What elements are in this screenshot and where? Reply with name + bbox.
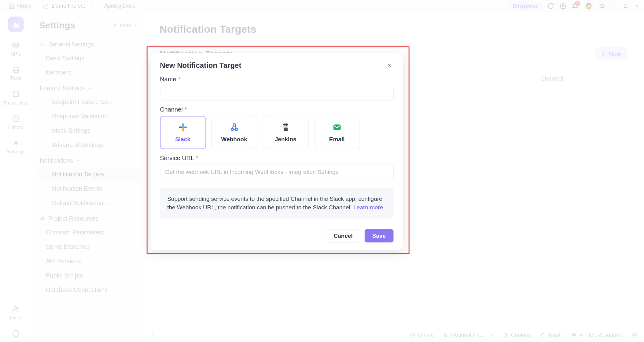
channel-label: Channel*: [160, 106, 393, 113]
new-notification-target-modal: New Notification Target Name* Channel*: [151, 53, 403, 250]
nav-head-notifications[interactable]: Notifications: [37, 154, 140, 167]
cookie-icon: [503, 333, 509, 338]
plus-circle-icon: [632, 333, 637, 338]
window-minimize-icon[interactable]: [611, 3, 617, 9]
rail-activity[interactable]: [12, 329, 20, 338]
name-input[interactable]: [160, 86, 393, 100]
channel-label-text: Channel: [160, 106, 183, 112]
learn-more-link[interactable]: Learn more: [353, 204, 383, 211]
svg-point-20: [445, 336, 446, 337]
status-add-icon[interactable]: [632, 333, 637, 338]
gear-icon: [40, 42, 45, 47]
window-close-icon[interactable]: [634, 3, 640, 9]
rail-settings[interactable]: Settings: [7, 139, 25, 155]
svg-point-22: [505, 334, 506, 335]
status-trash[interactable]: Trash: [540, 332, 562, 338]
svg-point-6: [17, 45, 18, 46]
nav-notification-targets[interactable]: Notification Targets: [37, 167, 140, 182]
tab-apidog-docs[interactable]: Apidog Docs: [100, 1, 140, 11]
status-online[interactable]: Online: [410, 332, 434, 338]
plus-icon: [601, 51, 606, 57]
nav-database-connections[interactable]: Database Connections: [37, 283, 140, 297]
svg-rect-33: [179, 126, 182, 128]
save-button[interactable]: Save: [365, 229, 393, 242]
required-star: *: [178, 75, 181, 82]
channel-label: Email: [329, 136, 345, 142]
window-maximize-icon[interactable]: [623, 3, 629, 9]
svg-point-11: [14, 306, 17, 309]
nav-notification-events[interactable]: Notification Events: [37, 182, 140, 196]
required-star: *: [185, 106, 187, 112]
service-url-input[interactable]: [160, 164, 393, 179]
channel-email[interactable]: Email: [314, 116, 360, 149]
nav-head-general-settings[interactable]: General Settings: [37, 38, 140, 51]
invite-icon: [12, 305, 20, 313]
nav-endpoint-feature[interactable]: Endpoint Feature Se...: [37, 95, 140, 109]
channel-webhook[interactable]: Webhook: [211, 116, 257, 149]
nav-response-validation[interactable]: Response Validation...: [37, 109, 140, 123]
status-request-proxy[interactable]: Request Pro…: [443, 332, 494, 338]
nav-basic-settings[interactable]: Basic Settings: [37, 51, 140, 65]
branch-selector[interactable]: main: [113, 22, 137, 28]
svg-rect-28: [579, 335, 581, 336]
nav-head-label: Feature Settings: [40, 85, 85, 92]
cancel-button[interactable]: Cancel: [326, 229, 360, 242]
email-icon: [332, 122, 342, 132]
page-title: Notification Targets: [160, 23, 627, 35]
jenkins-icon: [281, 122, 290, 132]
nav-common-parameters[interactable]: Common Parameters: [37, 225, 140, 240]
service-url-label: Service URL*: [160, 154, 393, 161]
status-cookies[interactable]: Cookies: [503, 332, 531, 338]
close-icon[interactable]: [89, 4, 94, 8]
tab-demo-project[interactable]: Demo Project: [38, 1, 98, 11]
chevron-down-icon: [76, 159, 80, 163]
svg-rect-38: [284, 128, 288, 131]
bell-icon[interactable]: 1: [572, 3, 579, 9]
enterprise-pill[interactable]: Enterprise: [509, 2, 542, 10]
rail-share-docs[interactable]: Share Docs: [3, 90, 29, 106]
channel-slack[interactable]: Slack: [160, 116, 206, 149]
titlebar: Home Demo Project Apidog Docs Enterprise…: [0, 0, 644, 12]
nav-api-versions[interactable]: API Versions: [37, 254, 140, 268]
refresh-icon[interactable]: [547, 3, 554, 9]
collapse-sidebar-icon[interactable]: [150, 333, 155, 338]
nav-advanced-settings[interactable]: Advanced Settings: [37, 138, 140, 152]
chevron-down-icon: [490, 333, 494, 337]
rail-invite[interactable]: Invite: [10, 305, 21, 321]
modal-close-button[interactable]: [385, 61, 393, 69]
service-url-label-text: Service URL: [160, 154, 194, 161]
nav-head-feature-settings[interactable]: Feature Settings: [37, 82, 140, 95]
svg-point-5: [15, 45, 16, 46]
pin-icon[interactable]: [599, 3, 605, 9]
svg-point-12: [13, 330, 19, 336]
nav-default-notification[interactable]: Default Notification ...: [37, 196, 140, 210]
sliders-icon: [443, 333, 448, 338]
svg-point-4: [14, 45, 15, 46]
tests-icon: [12, 65, 20, 74]
nav-members[interactable]: Members: [37, 65, 140, 80]
left-rail: APIs Tests Share Docs History Settings I…: [0, 12, 32, 342]
tab-home[interactable]: Home: [4, 1, 36, 11]
status-help[interactable]: Help & support: [571, 332, 623, 338]
gear-icon[interactable]: [560, 3, 566, 9]
branch-icon: [113, 23, 118, 28]
name-label-text: Name: [160, 75, 176, 82]
col-channel: Channel: [540, 75, 602, 82]
nav-head-project-resources[interactable]: Project Resources: [37, 212, 140, 225]
new-button[interactable]: New: [595, 47, 627, 61]
nav-sprint-branches[interactable]: Sprint Branches: [37, 240, 140, 254]
avatar[interactable]: 🧔: [584, 2, 593, 11]
channel-options: Slack Webhook Jenkins Email: [160, 116, 393, 149]
svg-rect-26: [582, 335, 583, 336]
channel-label: Slack: [175, 136, 190, 142]
help-text: Support sending service events to the sp…: [167, 195, 382, 211]
rail-history[interactable]: History: [8, 114, 24, 130]
rail-apis[interactable]: APIs: [11, 41, 21, 57]
status-label: Online: [418, 332, 434, 338]
nav-public-scripts[interactable]: Public Scripts: [37, 268, 140, 283]
trash-icon: [540, 333, 546, 338]
rail-tests[interactable]: Tests: [10, 65, 21, 81]
app-logo[interactable]: [8, 17, 24, 32]
channel-jenkins[interactable]: Jenkins: [263, 116, 308, 149]
nav-mock-settings[interactable]: Mock Settings: [37, 123, 140, 138]
